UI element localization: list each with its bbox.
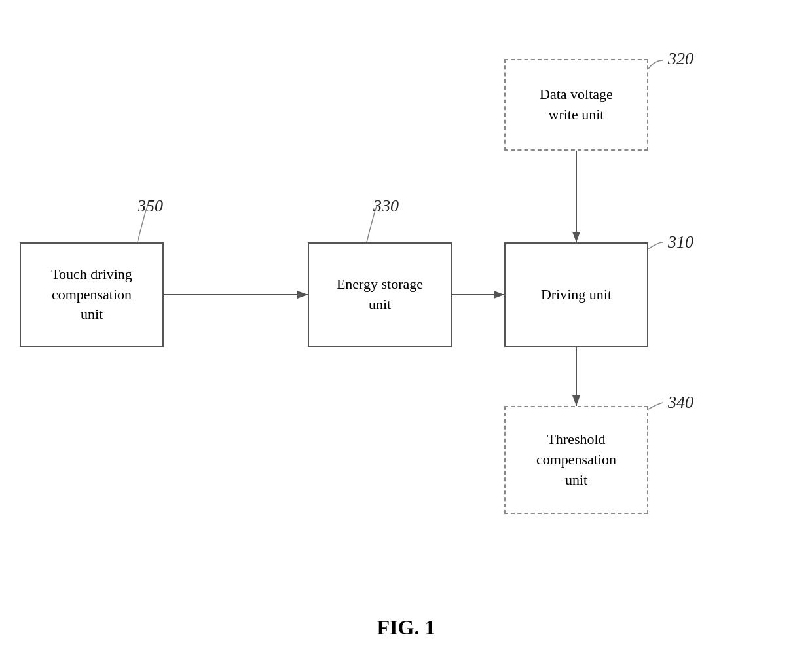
threshold-compensation-unit-label: Thresholdcompensationunit xyxy=(536,430,616,490)
driving-unit-box: Driving unit xyxy=(504,242,648,347)
svg-marker-7 xyxy=(572,395,580,406)
driving-unit-label: Driving unit xyxy=(541,285,612,305)
touch-driving-compensation-unit-label: Touch drivingcompensationunit xyxy=(51,265,132,325)
svg-marker-3 xyxy=(494,291,504,299)
threshold-compensation-unit-box: Thresholdcompensationunit xyxy=(504,406,648,514)
label-330: 330 xyxy=(373,196,399,216)
label-340: 340 xyxy=(668,393,693,412)
label-310: 310 xyxy=(668,232,693,252)
energy-storage-unit-box: Energy storageunit xyxy=(308,242,452,347)
figure-label: FIG. 1 xyxy=(347,615,465,640)
energy-storage-unit-label: Energy storageunit xyxy=(337,274,423,315)
label-350: 350 xyxy=(138,196,163,216)
label-320: 320 xyxy=(668,49,693,69)
svg-marker-5 xyxy=(297,291,308,299)
svg-marker-1 xyxy=(572,232,580,242)
data-voltage-write-unit-box: Data voltagewrite unit xyxy=(504,59,648,151)
diagram-container: Driving unit Data voltagewrite unit Ener… xyxy=(0,0,812,660)
data-voltage-write-unit-label: Data voltagewrite unit xyxy=(540,84,613,125)
touch-driving-compensation-unit-box: Touch drivingcompensationunit xyxy=(20,242,164,347)
